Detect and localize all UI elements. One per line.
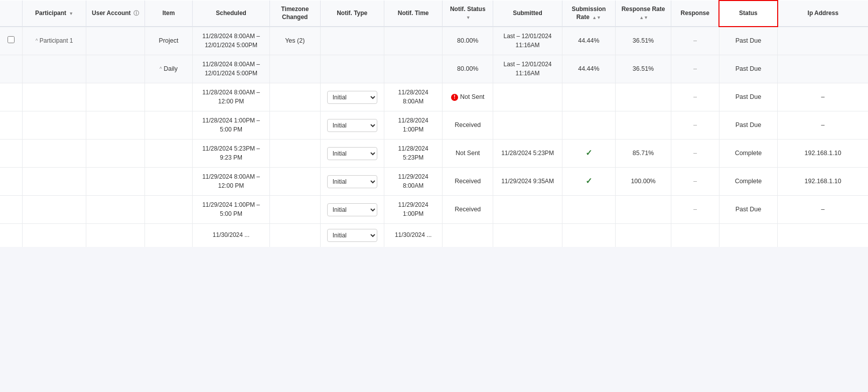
cell-notiftype[interactable]: Initial bbox=[320, 83, 384, 111]
status-value: Past Due bbox=[736, 121, 761, 128]
sort-icon-submissionrate: ▲▼ bbox=[592, 15, 601, 21]
submissionrate-value: 44.44% bbox=[578, 65, 599, 72]
cell-notiftype[interactable] bbox=[320, 27, 384, 55]
header-ipaddress-label: Ip Address bbox=[808, 10, 839, 17]
cell-responserate: 85.71% bbox=[615, 140, 671, 168]
cell-ipaddress bbox=[778, 55, 868, 83]
cell-participant: ^ Participant 1 bbox=[23, 27, 86, 55]
cell-notiftime bbox=[384, 55, 443, 83]
cell-submissionrate bbox=[562, 83, 615, 111]
cell-status: Complete bbox=[719, 168, 778, 196]
cell-submitted: Last – 12/01/2024 11:16AM bbox=[493, 27, 562, 55]
cell-scheduled: 11/28/2024 8:00AM – 12/01/2024 5:00PM bbox=[193, 55, 270, 83]
header-response: Response bbox=[671, 1, 719, 27]
cell-submissionrate: ✓ bbox=[562, 168, 615, 196]
notiftime-value: 11/29/2024 8:00AM bbox=[398, 173, 428, 189]
ipaddress-value: 192.168.1.10 bbox=[805, 178, 841, 185]
header-submitted: Submitted bbox=[493, 1, 562, 27]
header-status: Status bbox=[719, 1, 778, 27]
header-timezone-label: Timezone Changed bbox=[281, 6, 309, 21]
scheduled-value: 11/28/2024 8:00AM – 12:00 PM bbox=[202, 89, 260, 105]
cell-ipaddress: – bbox=[778, 196, 868, 224]
cell-response: – bbox=[671, 196, 719, 224]
cell-checkbox bbox=[0, 27, 23, 55]
info-icon-useraccount: ⓘ bbox=[133, 10, 139, 17]
cell-response: – bbox=[671, 140, 719, 168]
responserate-value: 36.51% bbox=[633, 37, 654, 44]
cell-participant bbox=[23, 83, 86, 111]
sort-icon-participant: ▼ bbox=[69, 11, 73, 17]
notiftype-select[interactable]: Initial bbox=[327, 229, 377, 242]
response-value: – bbox=[693, 206, 697, 213]
table-row: 11/28/2024 8:00AM – 12:00 PMInitial11/28… bbox=[0, 83, 868, 111]
cell-checkbox bbox=[0, 83, 23, 111]
cell-notiftype[interactable]: Initial bbox=[320, 224, 384, 247]
cell-notiftime: 11/28/2024 5:23PM bbox=[384, 140, 443, 168]
cell-notifstatus: Not Sent bbox=[443, 140, 493, 168]
notifstatus-label: Not Sent bbox=[460, 93, 485, 102]
cell-scheduled: 11/28/2024 1:00PM – 5:00 PM bbox=[193, 111, 270, 140]
notiftime-value: 11/28/2024 8:00AM bbox=[398, 89, 428, 105]
response-value: – bbox=[693, 65, 697, 72]
status-value: Complete bbox=[735, 150, 762, 157]
cell-responserate bbox=[615, 196, 671, 224]
cell-notifstatus: Received bbox=[443, 111, 493, 140]
cell-status: Past Due bbox=[719, 83, 778, 111]
cell-scheduled: 11/29/2024 8:00AM – 12:00 PM bbox=[193, 168, 270, 196]
cell-useraccount bbox=[86, 168, 145, 196]
cell-participant bbox=[23, 140, 86, 168]
cell-responserate bbox=[615, 111, 671, 140]
cell-participant bbox=[23, 196, 86, 224]
table-row: ^ Participant 1Project11/28/2024 8:00AM … bbox=[0, 27, 868, 55]
cell-useraccount bbox=[86, 196, 145, 224]
responserate-value: 36.51% bbox=[633, 65, 654, 72]
sort-icon-notifstatus: ▼ bbox=[466, 15, 471, 21]
notiftime-value: 11/28/2024 5:23PM bbox=[398, 145, 428, 161]
cell-submissionrate bbox=[562, 224, 615, 247]
cell-scheduled: 11/28/2024 5:23PM – 9:23 PM bbox=[193, 140, 270, 168]
header-responserate[interactable]: Response Rate ▲▼ bbox=[615, 1, 671, 27]
header-responserate-label: Response Rate bbox=[622, 6, 665, 13]
header-submissionrate[interactable]: Submission Rate ▲▼ bbox=[562, 1, 615, 27]
submitted-value: Last – 12/01/2024 11:16AM bbox=[503, 33, 551, 49]
cell-notiftype[interactable]: Initial bbox=[320, 140, 384, 168]
header-item: Item bbox=[144, 1, 192, 27]
notiftime-value: 11/29/2024 1:00PM bbox=[398, 201, 428, 217]
notifstatus-not-sent: !Not Sent bbox=[447, 93, 489, 102]
cell-participant bbox=[23, 168, 86, 196]
header-item-label: Item bbox=[163, 10, 175, 17]
cell-notiftype[interactable]: Initial bbox=[320, 196, 384, 224]
notiftype-select[interactable]: Initial bbox=[327, 203, 377, 216]
row-checkbox[interactable] bbox=[8, 36, 15, 43]
cell-item bbox=[144, 140, 192, 168]
cell-notiftype[interactable]: Initial bbox=[320, 168, 384, 196]
response-value: – bbox=[693, 37, 697, 44]
notiftype-select[interactable]: Initial bbox=[327, 119, 377, 132]
cell-response: – bbox=[671, 83, 719, 111]
cell-item bbox=[144, 196, 192, 224]
data-table: Participant ▼ User Account ⓘ Item Schedu… bbox=[0, 0, 868, 247]
cell-submissionrate bbox=[562, 196, 615, 224]
table-row: 11/30/2024 ...Initial11/30/2024 ... bbox=[0, 224, 868, 247]
header-participant[interactable]: Participant ▼ bbox=[23, 1, 86, 27]
response-value: – bbox=[693, 93, 697, 100]
notifstatus-value: 80.00% bbox=[457, 65, 478, 72]
notifstatus-value: Not Sent bbox=[456, 150, 480, 157]
header-notifstatus[interactable]: Notif. Status ▼ bbox=[443, 1, 493, 27]
cell-submissionrate: ✓ bbox=[562, 140, 615, 168]
notiftype-select[interactable]: Initial bbox=[327, 91, 377, 104]
cell-status bbox=[719, 224, 778, 247]
cell-notiftype[interactable]: Initial bbox=[320, 111, 384, 140]
notiftype-select[interactable]: Initial bbox=[327, 147, 377, 160]
cell-response: – bbox=[671, 168, 719, 196]
participant-label: ^ Participant 1 bbox=[36, 37, 73, 44]
cell-responserate: 100.00% bbox=[615, 168, 671, 196]
cell-submitted bbox=[493, 111, 562, 140]
table-row: 11/29/2024 8:00AM – 12:00 PMInitial11/29… bbox=[0, 168, 868, 196]
cell-notiftype[interactable] bbox=[320, 55, 384, 83]
cell-timezone bbox=[269, 111, 320, 140]
check-icon: ✓ bbox=[586, 177, 592, 185]
table-row: 11/29/2024 1:00PM – 5:00 PMInitial11/29/… bbox=[0, 196, 868, 224]
notiftype-select[interactable]: Initial bbox=[327, 175, 377, 188]
header-scheduled: Scheduled bbox=[193, 1, 270, 27]
